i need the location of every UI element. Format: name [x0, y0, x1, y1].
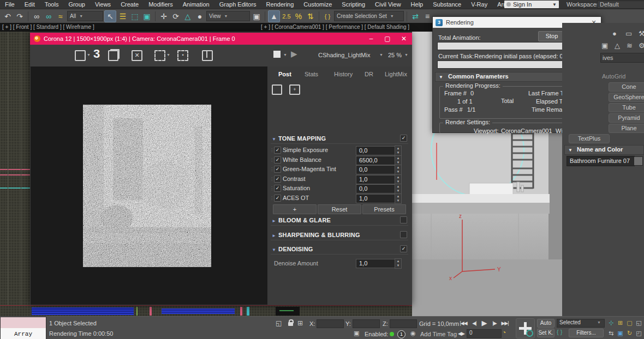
- select-and-link-icon[interactable]: ∞: [31, 11, 42, 22]
- tab-lightmix[interactable]: LightMix: [385, 71, 407, 77]
- key-filters-icon[interactable]: { }: [557, 329, 562, 335]
- menu-animation[interactable]: Animation: [178, 0, 214, 9]
- menu-file[interactable]: File: [0, 0, 20, 9]
- saturation-checkbox[interactable]: ✓: [274, 185, 281, 192]
- x-coordinate-field[interactable]: [317, 319, 344, 328]
- menu-tools[interactable]: Tools: [40, 0, 64, 9]
- listener-pane[interactable]: Array modifier: [1, 328, 46, 339]
- percent-snap-icon[interactable]: %: [293, 11, 304, 22]
- reset-button[interactable]: Reset: [318, 204, 361, 214]
- cameras-category-icon[interactable]: ▣: [601, 41, 608, 50]
- geosphere-button[interactable]: GeoSphere: [609, 93, 644, 102]
- menu-customize[interactable]: Customize: [299, 0, 337, 9]
- expand-icon[interactable]: ►: [272, 219, 276, 223]
- save-preset-icon[interactable]: [272, 84, 282, 95]
- create-selection-set-dropdown[interactable]: Create Selection Set ▼: [334, 11, 404, 21]
- menu-group[interactable]: Group: [63, 0, 90, 9]
- camera-viewport-label[interactable]: [ + ] [ CoronaCamera001 ] [ Performance …: [261, 24, 409, 30]
- collapse-icon[interactable]: ▼: [272, 247, 276, 252]
- name-color-rollout[interactable]: ▼ Name and Color: [564, 145, 644, 155]
- absolute-relative-icon[interactable]: ⊞: [297, 319, 303, 327]
- denoise-amount-spinner[interactable]: ▲▼: [395, 258, 402, 269]
- green-magenta-value[interactable]: 0,0: [356, 165, 397, 174]
- object-name-input[interactable]: Bathroom Furniture 07: [567, 156, 635, 166]
- vfb-image-area[interactable]: [31, 66, 267, 305]
- front-viewport-bottom[interactable]: [0, 305, 412, 317]
- current-frame-field[interactable]: 0: [467, 329, 502, 338]
- textplus-button[interactable]: TextPlus: [569, 134, 610, 143]
- front-viewport-label[interactable]: [ + ] [ Front ] [ Standard ] [ Wireframe…: [2, 24, 94, 30]
- cone-button[interactable]: Cone: [609, 82, 644, 92]
- ab-compare-icon[interactable]: [202, 50, 213, 61]
- render-region-icon[interactable]: [154, 50, 165, 61]
- align-icon[interactable]: ≡: [422, 11, 433, 22]
- pyramid-button[interactable]: Pyramid: [609, 113, 644, 123]
- menu-vray[interactable]: V-Ray: [466, 0, 492, 9]
- reference-coordinate-dropdown[interactable]: View ▼: [206, 11, 250, 21]
- menu-views[interactable]: Views: [90, 0, 116, 9]
- simple-exposure-checkbox[interactable]: ✓: [274, 147, 281, 154]
- lights-category-icon[interactable]: ▭: [625, 29, 632, 38]
- time-configuration-icon[interactable]: ◔: [502, 329, 506, 336]
- workspace-selector[interactable]: Default: [597, 1, 644, 9]
- select-and-scale-icon[interactable]: △: [182, 11, 193, 22]
- minimize-button[interactable]: –: [363, 33, 379, 45]
- enabled-indicator[interactable]: [390, 332, 394, 336]
- previous-frame-button[interactable]: ◀|: [470, 320, 479, 326]
- zoom-level-dropdown[interactable]: 25 %: [388, 52, 402, 58]
- load-preset-icon[interactable]: +: [289, 84, 300, 95]
- systems-category-icon[interactable]: ⚙: [639, 41, 644, 50]
- tab-dr[interactable]: DR: [365, 71, 373, 77]
- select-and-rotate-icon[interactable]: ⟳: [170, 11, 181, 22]
- redo-icon[interactable]: ↷: [14, 11, 25, 22]
- y-coordinate-field[interactable]: [353, 319, 380, 328]
- mirror-icon[interactable]: ⇄: [410, 11, 421, 22]
- unlink-selection-icon[interactable]: ∞: [43, 11, 54, 22]
- spacewarps-category-icon[interactable]: ≋: [627, 41, 633, 50]
- saturation-value[interactable]: 0,0: [356, 184, 397, 193]
- add-operator-button[interactable]: +: [273, 204, 317, 214]
- zoom-all-icon[interactable]: ⊞: [616, 319, 624, 326]
- menu-graph-editors[interactable]: Graph Editors: [214, 0, 261, 9]
- set-key-button[interactable]: Set K.: [537, 329, 554, 337]
- bloom-glare-header[interactable]: BLOOM & GLARE: [278, 217, 331, 223]
- clear-image-icon[interactable]: ✕: [132, 50, 142, 61]
- tab-stats[interactable]: Stats: [305, 71, 318, 77]
- save-image-icon[interactable]: [75, 50, 86, 61]
- object-color-swatch[interactable]: [634, 156, 643, 166]
- start-render-icon[interactable]: ▶: [291, 49, 297, 59]
- menu-substance[interactable]: Substance: [428, 0, 466, 9]
- z-coordinate-field[interactable]: [390, 319, 417, 328]
- menu-edit[interactable]: Edit: [20, 0, 40, 9]
- zoom-extents-all-icon[interactable]: ◱: [635, 319, 643, 326]
- use-pivot-center-icon[interactable]: ▣: [251, 11, 262, 22]
- render-element-dropdown[interactable]: CShading_LightMix: [318, 52, 370, 58]
- tab-history[interactable]: History: [334, 71, 353, 77]
- aces-ot-checkbox[interactable]: ✓: [274, 195, 281, 202]
- select-by-name-icon[interactable]: ☰: [117, 11, 128, 22]
- maximize-viewport-icon[interactable]: ◰: [635, 329, 643, 337]
- play-animation-button[interactable]: ▶: [480, 319, 488, 327]
- add-time-tag[interactable]: Add Time Tag: [420, 331, 457, 337]
- menu-modifiers[interactable]: Modifiers: [144, 0, 178, 9]
- frame-step-control[interactable]: ◀▶: [457, 331, 465, 336]
- tone-mapping-header[interactable]: TONE MAPPING: [278, 135, 326, 142]
- contrast-checkbox[interactable]: ✓: [274, 175, 281, 183]
- menu-civil-view[interactable]: Civil View: [370, 0, 406, 9]
- white-balance-value[interactable]: 6500,0: [356, 156, 397, 165]
- macro-recorder-pane[interactable]: [1, 317, 46, 328]
- white-balance-checkbox[interactable]: ✓: [274, 156, 281, 164]
- filters-button[interactable]: Filters...: [569, 329, 604, 337]
- stop-render-icon[interactable]: [273, 51, 281, 58]
- tube-button[interactable]: Tube: [609, 103, 644, 112]
- green-magenta-checkbox[interactable]: ✓: [274, 166, 281, 173]
- zoom-icon[interactable]: ⊹: [607, 319, 615, 326]
- denoise-amount-value[interactable]: 1,0: [356, 259, 397, 268]
- bloom-glare-checkbox[interactable]: ✓: [400, 216, 407, 223]
- set-keys-button[interactable]: [516, 318, 535, 338]
- menu-rendering[interactable]: Rendering: [261, 0, 299, 9]
- menu-scripting[interactable]: Scripting: [337, 0, 370, 9]
- degradation-level-badge[interactable]: 1: [397, 330, 406, 338]
- angle-snap-icon[interactable]: 2.5: [281, 11, 292, 22]
- maximize-button[interactable]: ▢: [379, 33, 396, 45]
